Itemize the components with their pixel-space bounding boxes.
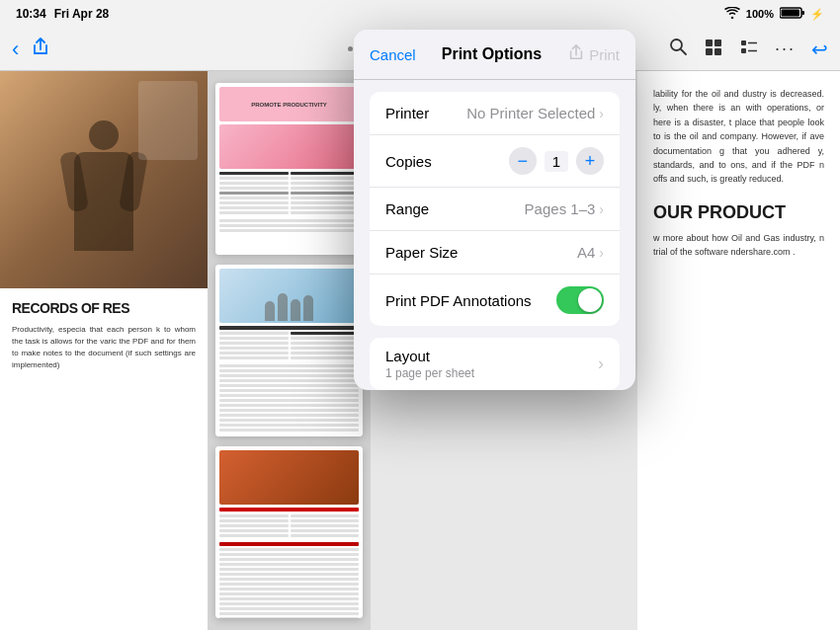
- page2-img: [219, 269, 359, 323]
- svg-rect-9: [741, 40, 746, 45]
- print-action-area: Print: [567, 43, 620, 65]
- layout-title: Layout: [385, 348, 474, 364]
- doc-right-heading: OUR PRODUCT: [653, 202, 824, 223]
- page3-img: [219, 450, 359, 505]
- printer-label: Printer: [385, 105, 429, 121]
- doc-hero-image: [0, 71, 208, 288]
- back-button[interactable]: ‹: [12, 37, 19, 62]
- dialog-header: Cancel Print Options Print: [354, 30, 635, 80]
- range-value: Pages 1–3: [525, 200, 596, 217]
- printer-chevron: ›: [599, 106, 604, 121]
- print-button[interactable]: Print: [589, 46, 620, 63]
- battery-label: 100%: [746, 8, 774, 20]
- svg-rect-5: [706, 39, 713, 46]
- print-dialog: Cancel Print Options Print Printer No Pr…: [354, 30, 635, 390]
- printer-row[interactable]: Printer No Printer Selected ›: [370, 92, 620, 135]
- wifi-icon: [724, 7, 740, 22]
- range-label: Range: [385, 200, 429, 217]
- range-chevron: ›: [599, 201, 604, 217]
- svg-point-3: [671, 39, 682, 50]
- undo-button[interactable]: ↩: [811, 38, 828, 61]
- range-row[interactable]: Range Pages 1–3 ›: [370, 188, 620, 231]
- paper-size-chevron: ›: [599, 245, 604, 261]
- doc-main-heading: RECORDS OF RES: [12, 300, 196, 316]
- cancel-button[interactable]: Cancel: [370, 46, 416, 63]
- paper-size-row[interactable]: Paper Size A4 ›: [370, 231, 620, 275]
- dialog-title: Print Options: [442, 45, 542, 63]
- page1-thumbnail: PROMOTE PRODUCTIVITY: [215, 83, 363, 255]
- doc-right-paragraph2: w more about how Oil and Gas industry, n…: [653, 231, 824, 260]
- page1-img: [219, 124, 359, 169]
- status-bar: 10:34 Fri Apr 28 100% ⚡: [0, 0, 840, 28]
- copies-value: 1: [545, 151, 568, 172]
- layout-section[interactable]: Layout 1 page per sheet ›: [370, 338, 620, 390]
- bolt-icon: ⚡: [810, 8, 824, 21]
- document-right: lability for the oil and dustry is decre…: [637, 71, 840, 630]
- preview-page-3[interactable]: ✓ Page 3 of 3: [215, 446, 363, 618]
- svg-rect-11: [741, 48, 746, 53]
- svg-line-4: [681, 49, 686, 54]
- more-button[interactable]: ···: [775, 39, 796, 59]
- date-label: Fri Apr 28: [54, 7, 110, 21]
- page3-thumbnail: [215, 446, 363, 618]
- list-button[interactable]: [739, 38, 759, 61]
- print-share-icon: [567, 43, 585, 65]
- copies-row[interactable]: Copies − 1 +: [370, 135, 620, 188]
- copies-label: Copies: [385, 153, 432, 170]
- tab-dot-1: [348, 46, 353, 51]
- layout-subtitle: 1 page per sheet: [385, 366, 474, 380]
- grid-button[interactable]: [704, 38, 723, 61]
- time-label: 10:34: [16, 7, 46, 21]
- doc-body: Productivity, especia that each person k…: [12, 324, 196, 371]
- paper-size-label: Paper Size: [385, 244, 458, 261]
- print-options-section: Printer No Printer Selected › Copies − 1…: [370, 92, 620, 326]
- share-button[interactable]: [31, 37, 50, 61]
- battery-icon: [780, 7, 804, 22]
- paper-size-value: A4: [577, 244, 595, 261]
- document-left: RECORDS OF RES Productivity, especia tha…: [0, 71, 208, 630]
- preview-page-2[interactable]: ✓ Page 2 of 3: [215, 265, 363, 436]
- copies-decrease-button[interactable]: −: [509, 147, 537, 175]
- page2-thumbnail: [215, 265, 363, 436]
- svg-rect-6: [714, 39, 721, 46]
- preview-page-1[interactable]: PROMOTE PRODUCTIVITY: [215, 83, 363, 255]
- copies-increase-button[interactable]: +: [576, 147, 604, 175]
- layout-chevron: ›: [598, 354, 604, 374]
- svg-rect-8: [714, 48, 721, 55]
- pdf-annotations-row[interactable]: Print PDF Annotations: [370, 275, 620, 326]
- pdf-annotations-toggle[interactable]: [556, 286, 604, 314]
- svg-rect-1: [782, 9, 800, 16]
- printer-value: No Printer Selected: [466, 105, 595, 121]
- pdf-annotations-label: Print PDF Annotations: [385, 292, 532, 309]
- search-button[interactable]: [668, 37, 688, 61]
- svg-rect-7: [706, 48, 713, 55]
- toggle-knob: [578, 288, 602, 312]
- print-preview-panel: PROMOTE PRODUCTIVITY: [208, 71, 371, 630]
- doc-text-area: RECORDS OF RES Productivity, especia tha…: [0, 288, 208, 383]
- copies-control: − 1 +: [509, 147, 604, 175]
- doc-right-paragraph1: lability for the oil and dustry is decre…: [653, 87, 824, 187]
- svg-rect-2: [802, 11, 805, 15]
- layout-label-group: Layout 1 page per sheet: [385, 348, 474, 380]
- layout-row[interactable]: Layout 1 page per sheet ›: [370, 338, 620, 390]
